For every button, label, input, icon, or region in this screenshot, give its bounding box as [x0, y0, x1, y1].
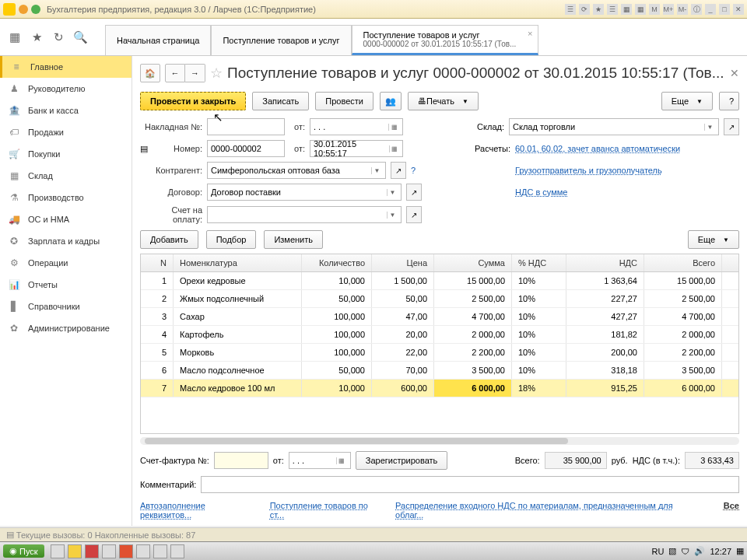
task-icon[interactable] — [51, 544, 65, 558]
vat-dist-link[interactable]: Распределение входного НДС по материалам… — [395, 501, 699, 520]
sidebar-item[interactable]: ⚙Операции — [0, 252, 132, 274]
maximize-icon[interactable]: □ — [719, 4, 730, 15]
apps-icon[interactable]: ▦ — [8, 30, 22, 44]
shipper-link[interactable]: Грузоотправитель и грузополучатель — [515, 166, 662, 175]
col-n[interactable]: N — [141, 254, 174, 271]
open-button[interactable]: ↗ — [406, 184, 422, 201]
sidebar-item[interactable]: 📊Отчеты — [0, 274, 132, 296]
number-input[interactable] — [207, 140, 285, 157]
task-icon[interactable] — [102, 544, 116, 558]
tab-goods-doc[interactable]: Поступление товаров и услуг 0000-000002 … — [352, 25, 538, 55]
vat-link[interactable]: НДС в сумме — [515, 187, 567, 197]
open-button[interactable]: ↗ — [391, 162, 406, 179]
calc-link[interactable]: 60.01, 60.02, зачет аванса автоматически — [515, 144, 680, 153]
back-button[interactable]: ← — [165, 64, 185, 82]
tray-icon[interactable]: ▦ — [736, 546, 744, 556]
tray-icon[interactable]: ▧ — [668, 546, 676, 556]
minimize-icon[interactable]: _ — [705, 4, 716, 15]
more-button[interactable]: Еще▼ — [661, 92, 713, 110]
close-icon[interactable]: ✕ — [733, 4, 744, 15]
tool-icon[interactable]: ▦ — [635, 4, 646, 15]
home-button[interactable]: 🏠 — [140, 64, 160, 82]
start-button[interactable]: ◉ Пуск — [3, 544, 44, 558]
sidebar-item[interactable]: ✿Администрирование — [0, 317, 132, 339]
table-row[interactable]: 1Орехи кедровые10,0001 500,0015 000,0010… — [141, 272, 738, 290]
table-row[interactable]: 6Масло подсолнечное50,00070,003 500,0010… — [141, 362, 738, 380]
sidebar-item[interactable]: 🛒Покупки — [0, 143, 132, 165]
date-input[interactable]: 30.01.2015 10:55:17▦ — [310, 140, 403, 157]
help-button[interactable]: ? — [719, 92, 739, 110]
open-button[interactable]: ↗ — [406, 206, 422, 223]
counterparty-select[interactable]: Симферопольская оптовая база▼ — [207, 162, 386, 179]
tray-icon[interactable]: 🛡 — [681, 547, 689, 556]
tool-icon[interactable]: ☰ — [565, 4, 576, 15]
col-total[interactable]: Всего — [644, 254, 722, 271]
invoice-date-input[interactable]: . . .▦ — [310, 118, 403, 135]
invoice-input[interactable] — [207, 118, 285, 135]
tab-home[interactable]: Начальная страница — [105, 25, 211, 55]
sidebar-item[interactable]: 🏷Продажи — [0, 121, 132, 143]
task-icon[interactable] — [136, 544, 150, 558]
col-name[interactable]: Номенклатура — [174, 254, 302, 271]
sidebar-item[interactable]: ≡Главное — [0, 56, 132, 78]
tab-goods-list[interactable]: Поступление товаров и услуг — [211, 25, 351, 55]
register-button[interactable]: Зарегистрировать — [356, 451, 448, 470]
comment-input[interactable] — [201, 476, 739, 493]
sf-date-input[interactable]: . . .▦ — [289, 452, 351, 469]
sidebar-item[interactable]: ⚗Производство — [0, 187, 132, 208]
col-sum[interactable]: Сумма — [434, 254, 512, 271]
sidebar-item[interactable]: 🏦Банк и касса — [0, 100, 132, 121]
help-icon[interactable]: ? — [411, 166, 416, 175]
task-icon[interactable] — [119, 544, 133, 558]
post-close-button[interactable]: Провести и закрыть — [140, 92, 246, 110]
history-icon[interactable]: ↻ — [51, 30, 65, 44]
info-icon[interactable]: ⓘ — [691, 4, 702, 15]
structure-button[interactable]: 👥 — [380, 92, 402, 110]
all-link[interactable]: Все — [724, 501, 739, 520]
m-minus-icon[interactable]: M- — [677, 4, 688, 15]
sidebar-item[interactable]: ▋Справочники — [0, 296, 132, 317]
col-vatamt[interactable]: НДС — [566, 254, 644, 271]
table-more-button[interactable]: Еще▼ — [688, 230, 739, 249]
star-icon[interactable]: ★ — [30, 30, 44, 44]
sidebar-item[interactable]: ▦Склад — [0, 165, 132, 187]
m-plus-icon[interactable]: M+ — [663, 4, 674, 15]
table-row[interactable]: 3Сахар100,00047,004 700,0010%427,274 700… — [141, 308, 738, 326]
favorite-icon[interactable]: ☆ — [210, 65, 223, 82]
task-icon[interactable] — [68, 544, 82, 558]
tool-icon[interactable]: ▦ — [621, 4, 632, 15]
col-price[interactable]: Цена — [372, 254, 434, 271]
horizontal-scrollbar[interactable] — [140, 437, 739, 445]
print-button[interactable]: 🖶 Печать▼ — [408, 92, 479, 110]
add-button[interactable]: Добавить — [140, 230, 198, 249]
tool-icon[interactable]: ⟳ — [579, 4, 590, 15]
edit-button[interactable]: Изменить — [264, 230, 323, 249]
table-row[interactable]: 7Масло кедровое 100 мл10,000600,006 000,… — [141, 380, 738, 397]
task-icon[interactable] — [153, 544, 167, 558]
tray-icon[interactable]: 🔊 — [694, 546, 705, 556]
task-icon[interactable] — [85, 544, 99, 558]
table-row[interactable]: 2Жмых подсолнечный50,00050,002 500,0010%… — [141, 290, 738, 308]
tool-icon[interactable]: ★ — [593, 4, 604, 15]
col-vat[interactable]: % НДС — [512, 254, 566, 271]
lang-indicator[interactable]: RU — [652, 547, 665, 556]
search-icon[interactable]: 🔍 — [73, 30, 87, 44]
post-button[interactable]: Провести — [315, 92, 374, 110]
task-icon[interactable] — [170, 544, 184, 558]
sidebar-item[interactable]: ✪Зарплата и кадры — [0, 230, 132, 252]
save-button[interactable]: Записать — [252, 92, 309, 110]
contract-select[interactable]: Договор поставки▼ — [207, 184, 402, 201]
autofill-link[interactable]: Автозаполнение реквизитов... — [140, 501, 258, 520]
goods-link[interactable]: Поступление товаров по ст... — [270, 501, 383, 520]
warehouse-select[interactable]: Склад торговли▼ — [509, 118, 719, 135]
sidebar-item[interactable]: ♟Руководителю — [0, 78, 132, 100]
table-row[interactable]: 4Картофель100,00020,002 000,0010%181,822… — [141, 326, 738, 344]
doc-icon[interactable]: ▤ — [140, 144, 151, 154]
col-qty[interactable]: Количество — [302, 254, 372, 271]
bill-select[interactable]: ▼ — [207, 206, 402, 223]
table-row[interactable]: 5Морковь100,00022,002 200,0010%200,002 2… — [141, 344, 738, 362]
forward-button[interactable]: → — [185, 64, 205, 82]
sidebar-item[interactable]: 🚚ОС и НМА — [0, 208, 132, 230]
open-button[interactable]: ↗ — [724, 118, 739, 135]
tab-close-icon[interactable]: × — [528, 29, 532, 38]
